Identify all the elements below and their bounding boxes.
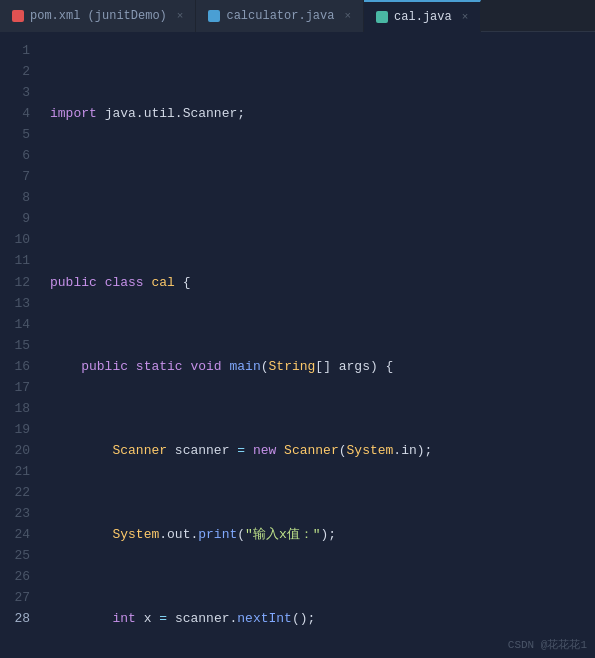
tab-pom-close[interactable]: × — [177, 10, 184, 22]
line-num-28: 28 — [8, 608, 30, 629]
line-num-7: 7 — [8, 166, 30, 187]
line-num-24: 24 — [8, 524, 30, 545]
line-num-23: 23 — [8, 503, 30, 524]
line-num-10: 10 — [8, 229, 30, 250]
java-icon — [208, 10, 220, 22]
line-num-18: 18 — [8, 398, 30, 419]
code-line-5: Scanner scanner = new Scanner(System.in)… — [46, 440, 595, 461]
line-num-8: 8 — [8, 187, 30, 208]
code-line-3: public class cal { — [46, 272, 595, 293]
line-num-2: 2 — [8, 61, 30, 82]
line-num-3: 3 — [8, 82, 30, 103]
line-num-27: 27 — [8, 587, 30, 608]
code-line-2 — [46, 187, 595, 208]
code-line-7: int x = scanner.nextInt(); — [46, 608, 595, 629]
line-num-4: 4 — [8, 103, 30, 124]
code-line-1: import java.util.Scanner; — [46, 103, 595, 124]
line-num-6: 6 — [8, 145, 30, 166]
code-line-6: System.out.print("输入x值："); — [46, 524, 595, 545]
tab-bar: pom.xml (junitDemo) × calculator.java × … — [0, 0, 595, 32]
line-num-11: 11 — [8, 250, 30, 271]
line-num-21: 21 — [8, 461, 30, 482]
watermark: CSDN @花花花1 — [508, 637, 587, 652]
tab-cal-close[interactable]: × — [462, 11, 469, 23]
line-num-22: 22 — [8, 482, 30, 503]
line-num-19: 19 — [8, 419, 30, 440]
tab-cal[interactable]: cal.java × — [364, 0, 481, 32]
line-num-26: 26 — [8, 566, 30, 587]
line-num-12: 12 — [8, 272, 30, 293]
line-num-13: 13 — [8, 293, 30, 314]
tab-calculator-close[interactable]: × — [344, 10, 351, 22]
line-numbers: 1 2 3 4 5 6 7 8 9 10 11 12 13 14 15 16 1… — [0, 32, 42, 658]
line-num-25: 25 — [8, 545, 30, 566]
line-num-5: 5 — [8, 124, 30, 145]
line-num-17: 17 — [8, 377, 30, 398]
tab-pom-label: pom.xml (junitDemo) — [30, 9, 167, 23]
tab-calculator-label: calculator.java — [226, 9, 334, 23]
tab-pom[interactable]: pom.xml (junitDemo) × — [0, 0, 196, 32]
cal-icon — [376, 11, 388, 23]
line-num-20: 20 — [8, 440, 30, 461]
line-num-15: 15 — [8, 335, 30, 356]
code-line-4: public static void main(String[] args) { — [46, 356, 595, 377]
editor-container: pom.xml (junitDemo) × calculator.java × … — [0, 0, 595, 658]
line-num-9: 9 — [8, 208, 30, 229]
line-num-14: 14 — [8, 314, 30, 335]
maven-icon — [12, 10, 24, 22]
line-num-16: 16 — [8, 356, 30, 377]
code-area: 1 2 3 4 5 6 7 8 9 10 11 12 13 14 15 16 1… — [0, 32, 595, 658]
line-num-1: 1 — [8, 40, 30, 61]
code-content[interactable]: import java.util.Scanner; public class c… — [42, 32, 595, 658]
tab-calculator[interactable]: calculator.java × — [196, 0, 364, 32]
tab-cal-label: cal.java — [394, 10, 452, 24]
